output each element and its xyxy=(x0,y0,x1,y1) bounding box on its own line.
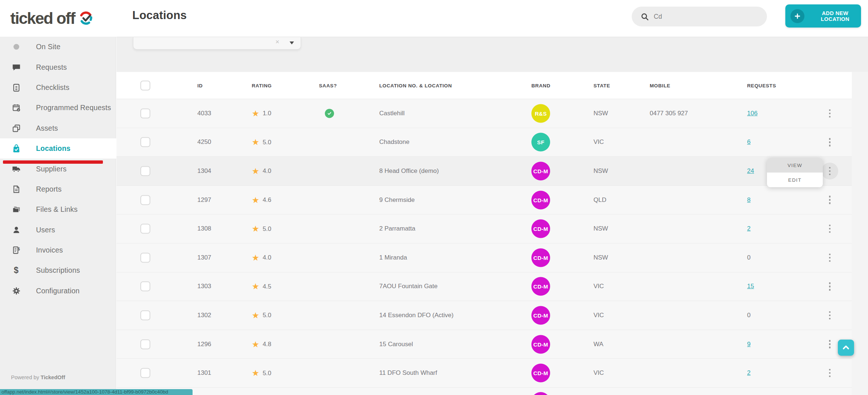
truck-icon xyxy=(11,164,21,174)
page-title: Locations xyxy=(132,9,187,22)
kebab-button[interactable] xyxy=(821,105,838,122)
kebab-button[interactable] xyxy=(821,220,838,237)
kebab-button[interactable] xyxy=(821,134,838,151)
column-header-state: STATE xyxy=(593,83,610,88)
star-icon: ★ xyxy=(252,311,259,319)
menu-item-edit[interactable]: EDIT xyxy=(767,173,823,187)
table-row[interactable]: 1304 ★ 4.0 8 Head Office (demo) CD-M NSW… xyxy=(116,157,852,186)
kebab-button[interactable] xyxy=(821,365,838,381)
cell-rating-value: 5.0 xyxy=(263,369,272,377)
cell-rating-value: 5.0 xyxy=(263,312,272,319)
sidebar-item-label: Requests xyxy=(36,63,67,72)
sidebar-item-locations[interactable]: Locations xyxy=(0,138,116,159)
svg-text:$: $ xyxy=(18,247,20,251)
sidebar-item-on-site[interactable]: On Site xyxy=(0,37,116,57)
row-checkbox[interactable] xyxy=(140,368,150,378)
sidebar-item-users[interactable]: Users xyxy=(0,220,116,240)
cell-rating-value: 4.0 xyxy=(263,254,272,261)
brand-badge: CD-M xyxy=(531,277,550,296)
table-row[interactable]: 4033 ★ 1.0 Castlehill R&S NSW 0477 305 9… xyxy=(116,99,852,128)
kebab-button[interactable] xyxy=(821,163,838,180)
invoice-icon: $ xyxy=(11,246,21,255)
row-checkbox[interactable] xyxy=(140,253,150,262)
sidebar-item-checklists[interactable]: Checklists xyxy=(0,77,116,98)
cell-requests[interactable]: 9 xyxy=(747,341,750,348)
sidebar-item-files-links[interactable]: Files & Links xyxy=(0,199,116,220)
assets-icon xyxy=(11,124,21,133)
select-all-checkbox[interactable] xyxy=(140,80,150,90)
cell-id: 1297 xyxy=(197,196,211,204)
brand-badge: CD-M xyxy=(531,220,550,238)
filter-dropdown[interactable]: × xyxy=(133,37,301,50)
kebab-button[interactable] xyxy=(821,192,838,209)
sidebar-item-requests[interactable]: Requests xyxy=(0,57,116,77)
powered-by: Powered by TickedOff xyxy=(11,374,65,380)
table-row[interactable]: 1307 ★ 4.0 1 Miranda CD-M NSW 0 xyxy=(116,243,852,272)
sidebar-item-programmed-requests[interactable]: Programmed Requests xyxy=(0,98,116,118)
row-checkbox[interactable] xyxy=(140,282,150,291)
cell-id: 1301 xyxy=(197,369,211,377)
menu-item-view[interactable]: VIEW xyxy=(767,158,823,173)
cell-rating-value: 4.8 xyxy=(263,341,272,348)
chevron-down-icon[interactable] xyxy=(290,41,294,44)
cell-location: Chadstone xyxy=(379,138,409,146)
row-checkbox[interactable] xyxy=(140,195,150,205)
cell-requests[interactable]: 8 xyxy=(747,196,750,204)
locations-table: ID RATING SAAS? LOCATION NO. & LOCATION … xyxy=(116,72,852,395)
cell-requests[interactable]: 2 xyxy=(747,369,750,377)
cell-id: 1304 xyxy=(197,167,211,175)
row-checkbox[interactable] xyxy=(140,339,150,349)
add-new-location-label: ADD NEW LOCATION xyxy=(809,10,861,22)
table-row[interactable]: 1302 ★ 5.0 14 Essendon DFO (Active) CD-M… xyxy=(116,301,852,330)
cell-location: 1 Miranda xyxy=(379,254,407,261)
clear-icon[interactable]: × xyxy=(275,38,279,46)
row-checkbox[interactable] xyxy=(140,137,150,147)
sidebar-item-reports[interactable]: Reports xyxy=(0,179,116,199)
cell-requests[interactable]: 6 xyxy=(747,138,750,146)
table-row[interactable]: 1301 ★ 5.0 11 DFO South Wharf CD-M VIC 2 xyxy=(116,359,852,388)
sidebar-item-invoices[interactable]: $Invoices xyxy=(0,240,116,260)
row-checkbox[interactable] xyxy=(140,108,150,118)
add-new-location-button[interactable]: ADD NEW LOCATION xyxy=(785,4,861,28)
right-margin xyxy=(852,72,868,395)
star-icon: ★ xyxy=(252,225,259,233)
checklist-icon xyxy=(11,83,21,92)
search-box[interactable] xyxy=(632,7,767,26)
table-row[interactable]: 4250 ★ 5.0 Chadstone SF VIC 6 xyxy=(116,128,852,157)
table-row[interactable]: 1296 ★ 4.8 15 Carousel CD-M WA 9 xyxy=(116,330,852,359)
sidebar-item-subscriptions[interactable]: $Subscriptions xyxy=(0,260,116,280)
cell-location: 8 Head Office (demo) xyxy=(379,167,439,175)
table-row[interactable]: 1303 ★ 4.5 7AOU Fountain Gate CD-M VIC 1… xyxy=(116,272,852,301)
sidebar-item-assets[interactable]: Assets xyxy=(0,118,116,138)
cell-location: 9 Chermside xyxy=(379,196,415,204)
sidebar-nav: On SiteRequestsChecklistsProgrammed Requ… xyxy=(0,37,116,301)
cell-requests: 0 xyxy=(747,312,750,319)
star-icon: ★ xyxy=(252,167,259,175)
row-checkbox[interactable] xyxy=(140,166,150,176)
logo[interactable]: ticked off xyxy=(0,0,116,37)
kebab-button[interactable] xyxy=(821,278,838,295)
logo-text: ticked off xyxy=(10,9,75,28)
dollar-icon: $ xyxy=(11,265,21,275)
row-checkbox[interactable] xyxy=(140,224,150,234)
cell-requests[interactable]: 106 xyxy=(747,110,757,117)
kebab-button[interactable] xyxy=(821,307,838,324)
sidebar-item-configuration[interactable]: Configuration xyxy=(0,281,116,301)
dot-icon xyxy=(11,42,21,51)
table-row[interactable]: 1308 ★ 5.0 2 Parramatta CD-M NSW 2 xyxy=(116,214,852,243)
cell-requests[interactable]: 24 xyxy=(747,167,754,175)
table-row[interactable]: 1297 ★ 4.6 9 Chermside CD-M QLD 8 xyxy=(116,186,852,215)
cell-requests[interactable]: 2 xyxy=(747,225,750,232)
calendar-check-icon xyxy=(11,103,21,112)
active-item-underline xyxy=(3,160,103,164)
search-input[interactable] xyxy=(654,13,757,21)
scroll-to-top-button[interactable] xyxy=(838,340,854,356)
kebab-button[interactable] xyxy=(821,249,838,266)
sidebar-item-label: Suppliers xyxy=(36,165,67,173)
row-checkbox[interactable] xyxy=(140,310,150,320)
kebab-button[interactable] xyxy=(821,336,838,353)
cell-requests[interactable]: 15 xyxy=(747,283,754,290)
cell-rating-value: 4.5 xyxy=(263,283,272,290)
sidebar: ticked off On SiteRequestsChecklistsProg… xyxy=(0,0,116,395)
cell-id: 1308 xyxy=(197,225,211,232)
